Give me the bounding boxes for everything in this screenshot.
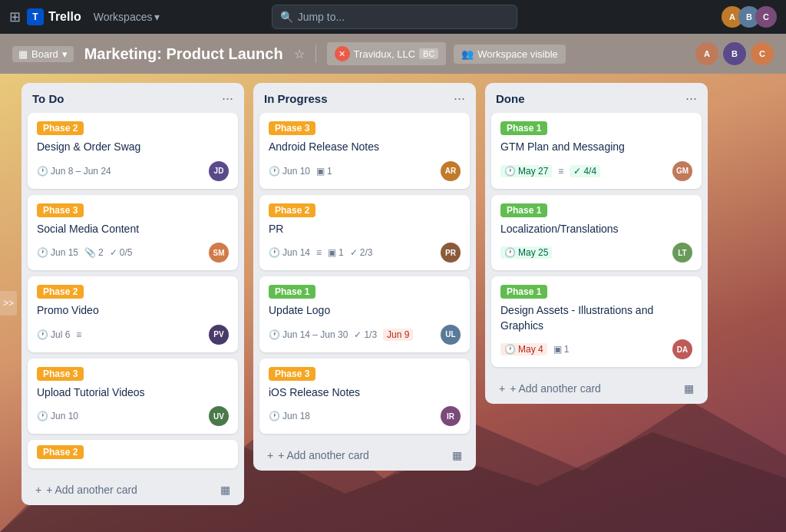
list-inprogress: In Progress ··· Phase 3 Android Release …	[253, 83, 476, 471]
list-done: Done ··· Phase 1 GTM Plan and Messaging …	[485, 83, 708, 404]
card-avatar: AR	[441, 161, 461, 181]
lines-icon: ≡	[76, 329, 81, 340]
list-todo: To Do ··· Phase 2 Design & Order Swag 🕐 …	[21, 83, 244, 505]
list-done-menu[interactable]: ···	[685, 91, 697, 107]
list-todo-header: To Do ···	[21, 83, 244, 113]
card-tag: Phase 2	[37, 445, 84, 459]
card-title: Update Logo	[269, 303, 461, 319]
list-done-cards: Phase 1 GTM Plan and Messaging 🕐 May 27 …	[485, 113, 708, 373]
card-tag: Phase 1	[269, 285, 315, 299]
card-avatar: UV	[209, 406, 229, 426]
card-title: Social Media Content	[37, 222, 229, 237]
paperclip-icon: 📎	[84, 247, 96, 258]
card-checklist: ✓ 1/3	[354, 329, 377, 340]
grid-icon[interactable]: ⊞	[9, 8, 21, 25]
card-avatar: UL	[441, 325, 461, 345]
card-book: ▣ 1	[328, 247, 344, 258]
header-avatar-2[interactable]: B	[723, 42, 746, 65]
card-tag: Phase 3	[37, 367, 84, 381]
card-partial[interactable]: Phase 2	[28, 440, 238, 468]
card-date: 🕐 Jun 14 – Jun 30	[269, 329, 348, 340]
card-gtm-plan[interactable]: Phase 1 GTM Plan and Messaging 🕐 May 27 …	[491, 113, 702, 189]
clock-icon: 🕐	[37, 247, 48, 258]
card-checklist-green: ✓ 4/4	[570, 165, 600, 177]
card-tag: Phase 1	[500, 121, 547, 135]
add-card-todo[interactable]: + + Add another card ▦	[28, 477, 238, 502]
card-footer: 🕐 Jun 10 ▣ 1 AR	[269, 161, 461, 181]
book-icon: ▣	[328, 247, 336, 258]
clock-icon: 🕐	[37, 166, 48, 177]
board-header: ▦ Board ▾ Marketing: Product Launch ☆ ✕ …	[0, 34, 786, 74]
list-inprogress-menu[interactable]: ···	[454, 91, 465, 107]
card-footer: 🕐 May 4 ▣ 1 DA	[500, 339, 692, 359]
clock-icon: 🕐	[504, 166, 516, 177]
header-avatar-3[interactable]: C	[751, 42, 774, 65]
card-date: 🕐 Jun 10	[269, 166, 310, 177]
card-design-assets[interactable]: Phase 1 Design Assets - Illustrations an…	[491, 276, 702, 367]
plus-icon: +	[267, 449, 273, 461]
card-date-green: 🕐 May 25	[500, 246, 552, 259]
lines-icon: ≡	[558, 166, 563, 177]
workspace-button[interactable]: ✕ Travidux, LLC BC	[327, 42, 447, 65]
card-footer: 🕐 May 27 ≡ ✓ 4/4 GM	[500, 161, 692, 181]
clock-icon: 🕐	[269, 411, 280, 421]
card-tag: Phase 3	[269, 121, 315, 135]
card-avatar: DA	[672, 339, 692, 359]
card-avatar: LT	[672, 243, 692, 263]
lines-icon: ≡	[316, 247, 322, 258]
card-title: Android Release Notes	[269, 140, 461, 155]
check-icon: ✓	[350, 247, 358, 258]
card-avatar: JD	[209, 161, 229, 181]
header-avatar-1[interactable]: A	[695, 42, 718, 65]
card-tag: Phase 3	[269, 367, 315, 381]
card-android-release[interactable]: Phase 3 Android Release Notes 🕐 Jun 10 ▣…	[259, 113, 470, 189]
plus-icon: +	[499, 382, 505, 395]
card-pr[interactable]: Phase 2 PR 🕐 Jun 14 ≡ ▣	[259, 195, 470, 271]
card-design-order-swag[interactable]: Phase 2 Design & Order Swag 🕐 Jun 8 – Ju…	[28, 113, 238, 189]
user-avatars[interactable]: A B C	[722, 6, 777, 28]
clock-icon: 🕐	[37, 411, 48, 421]
card-footer: 🕐 Jun 15 📎 2 ✓ 0/5	[37, 243, 229, 263]
trello-logo[interactable]: T Trello	[27, 8, 81, 25]
search-bar[interactable]: 🔍 Jump to...	[272, 5, 517, 29]
add-card-done[interactable]: + + Add another card ▦	[491, 376, 702, 401]
avatar-3: C	[755, 6, 777, 28]
clock-icon: 🕐	[504, 247, 516, 258]
card-checklist: ✓ 0/5	[110, 247, 133, 258]
card-date: 🕐 Jun 14	[269, 247, 310, 258]
plus-icon: +	[35, 484, 41, 496]
card-social-media[interactable]: Phase 3 Social Media Content 🕐 Jun 15 📎 …	[28, 195, 238, 271]
check-icon: ✓	[354, 329, 362, 340]
card-update-logo[interactable]: Phase 1 Update Logo 🕐 Jun 14 – Jun 30 ✓ …	[259, 276, 470, 352]
book-icon: ▣	[316, 166, 325, 177]
add-card-inprogress[interactable]: + + Add another card ▦	[259, 443, 470, 468]
card-localization[interactable]: Phase 1 Localization/Translations 🕐 May …	[491, 195, 702, 271]
card-title: GTM Plan and Messaging	[500, 140, 692, 155]
card-title: Upload Tutorial Videos	[37, 385, 229, 401]
card-desc: ≡	[316, 247, 322, 258]
board-view-button[interactable]: ▦ Board ▾	[12, 46, 74, 62]
card-title: Design Assets - Illustrations and Graphi…	[500, 303, 692, 333]
card-checklist: ✓ 2/3	[350, 247, 373, 258]
card-avatar: GM	[672, 161, 692, 181]
board-title: Marketing: Product Launch	[84, 45, 283, 63]
collapse-toggle[interactable]: >>	[0, 291, 17, 316]
card-avatar: PR	[441, 243, 461, 263]
list-todo-menu[interactable]: ···	[222, 91, 233, 107]
card-upload-tutorial[interactable]: Phase 3 Upload Tutorial Videos 🕐 Jun 10 …	[28, 359, 238, 435]
card-promo-video[interactable]: Phase 2 Promo Video 🕐 Jul 6 ≡ PV	[28, 276, 238, 352]
list-inprogress-title: In Progress	[264, 92, 328, 105]
visibility-button[interactable]: 👥 Workspace visible	[454, 45, 566, 64]
card-tag: Phase 1	[500, 203, 547, 217]
star-button[interactable]: ☆	[294, 47, 305, 61]
card-tag: Phase 2	[37, 285, 84, 299]
card-date-green: 🕐 May 27	[500, 165, 552, 177]
clock-icon: 🕐	[504, 344, 516, 355]
card-ios-release[interactable]: Phase 3 iOS Release Notes 🕐 Jun 18 IR	[259, 359, 470, 435]
workspace-icon: ✕	[335, 46, 350, 61]
trello-logo-text: Trello	[48, 10, 81, 24]
card-title: Promo Video	[37, 303, 229, 319]
book-icon: ▣	[553, 344, 562, 355]
lists-container: To Do ··· Phase 2 Design & Order Swag 🕐 …	[21, 83, 774, 523]
workspaces-menu[interactable]: Workspaces ▾	[88, 8, 167, 26]
